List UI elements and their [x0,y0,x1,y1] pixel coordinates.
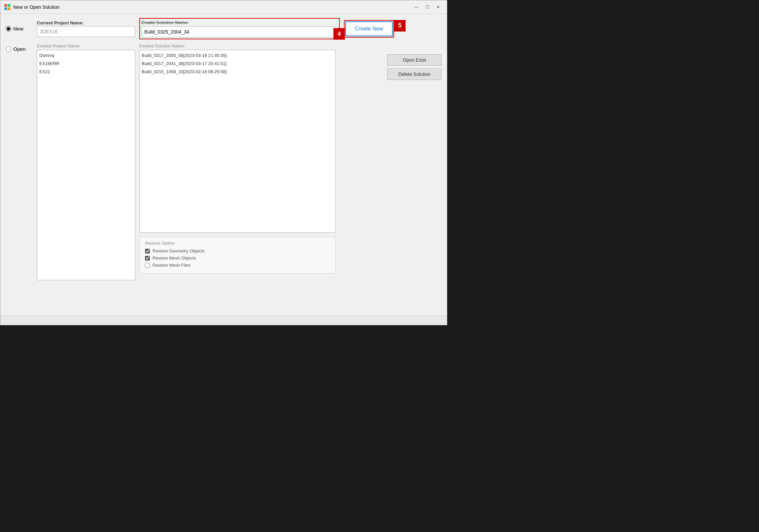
badge-4: 4 [333,28,345,40]
delete-solution-button[interactable]: Delete Solution [387,68,442,80]
action-buttons: Open Exist Delete Solution [387,43,442,80]
restore-mesh-files-label: Restore Mesh Files [152,263,190,268]
open-label: Open [13,46,26,52]
restore-geometry-checkbox[interactable] [145,249,150,253]
current-project-label: Current Project Name: [37,20,135,25]
title-bar: New or Open Solution — ☐ ✕ [0,0,447,14]
open-radio-label[interactable]: Open [6,46,33,52]
existed-solution-label: Existed Solution Name: [139,43,336,48]
svg-rect-2 [4,7,7,10]
open-exist-button[interactable]: Open Exist [387,54,442,66]
maximize-button[interactable]: ☐ [423,3,432,11]
list-item[interactable]: Build_0317_2041_38[2023-03-17 20:41:51] [141,60,334,68]
restore-mesh-objects-checkbox[interactable] [145,256,150,261]
list-item[interactable]: Build_0317_2005_56[2023-03-18 21:40:35] [141,52,334,60]
svg-rect-1 [8,4,11,7]
open-row: Open Existed Project Name: Dummy EX16ERR… [6,43,442,280]
open-radio[interactable] [6,46,11,52]
open-radio-col: Open [6,43,33,52]
list-item[interactable]: Dummy [39,52,134,60]
restore-mesh-objects-row: Restore Mesh Objects [145,255,330,261]
dialog-body: New Current Project Name: Create Solutio… [0,14,447,284]
close-button[interactable]: ✕ [433,3,443,11]
dialog-window: New or Open Solution — ☐ ✕ New Current P… [0,0,447,325]
restore-mesh-files-checkbox[interactable] [145,263,150,268]
restore-mesh-files-row: Restore Mesh Files [145,263,330,268]
current-project-input[interactable] [37,26,135,37]
solution-list[interactable]: Build_0317_2005_56[2023-03-18 21:40:35] … [139,50,336,233]
lists-area: Existed Project Name: Dummy EX16ERR EX21… [37,43,383,280]
create-solution-label: Create Solution Name: [141,20,338,25]
new-radio-label[interactable]: New [6,26,33,32]
minimize-button[interactable]: — [412,3,421,11]
restore-geometry-row: Restore Geometry Objects [145,248,330,253]
project-list[interactable]: Dummy EX16ERR EX21 [37,50,135,280]
current-project-group: Current Project Name: [37,20,135,37]
restore-geometry-label: Restore Geometry Objects [152,248,205,253]
list-item[interactable]: Build_0215_1008_33[2023-02-16 08:25:58] [141,68,334,76]
list-item[interactable]: EX16ERR [39,60,134,68]
restore-option-section: Restore Option Restore Geometry Objects … [139,237,336,273]
restore-mesh-objects-label: Restore Mesh Objects [152,255,196,261]
app-icon [4,4,11,10]
create-new-button[interactable]: Create New [345,21,393,36]
project-list-col: Existed Project Name: Dummy EX16ERR EX21 [37,43,135,280]
badge-5: 5 [394,20,406,32]
window-title: New or Open Solution [13,4,60,10]
new-radio[interactable] [6,26,11,32]
new-row: New Current Project Name: Create Solutio… [6,18,442,39]
title-bar-controls: — ☐ ✕ [412,3,443,11]
status-bar [0,315,447,325]
existed-project-label: Existed Project Name: [37,43,135,48]
title-bar-left: New or Open Solution [4,4,60,10]
svg-rect-3 [8,7,11,10]
svg-rect-0 [4,4,7,7]
new-label: New [13,26,23,32]
solution-list-col: Existed Solution Name: Build_0317_2005_5… [139,43,336,280]
restore-option-title: Restore Option [145,241,330,246]
solution-name-input[interactable] [141,26,338,37]
list-item[interactable]: EX21 [39,68,134,76]
